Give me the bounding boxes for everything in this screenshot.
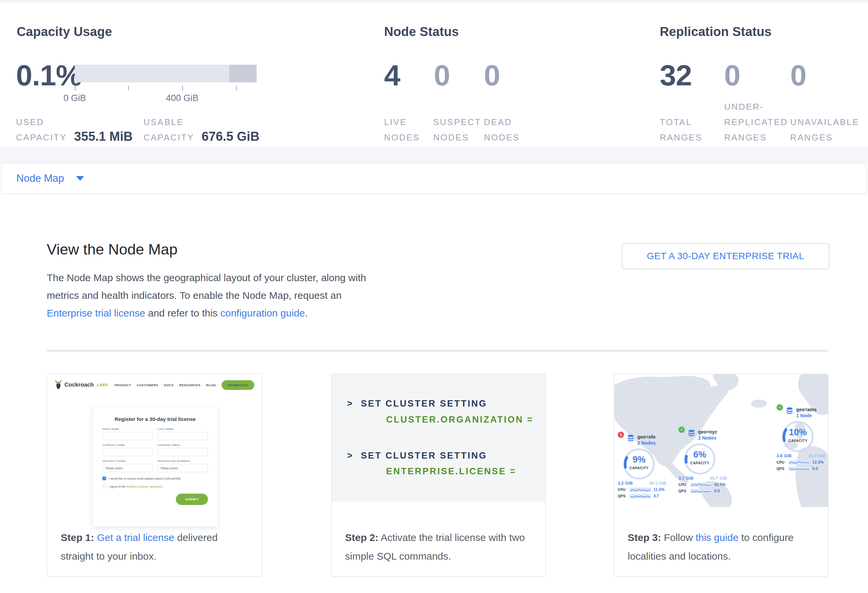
qps-value: 0.0 xyxy=(714,489,720,493)
gauge-percent: 6% xyxy=(683,450,716,460)
chevron-down-icon xyxy=(76,176,84,181)
mock-form-title: Register for a 30-day trial license xyxy=(102,416,208,422)
gauge-label: CAPACITY xyxy=(781,438,815,443)
section-divider xyxy=(47,350,829,351)
map-node-sfo: 1 geo=sfo 2 Nodes 9% CAPACITY 3.2 GiB xyxy=(618,434,669,498)
dead-nodes-label: DEAD NODES xyxy=(484,115,534,145)
status-error-badge: 1 xyxy=(618,431,624,438)
cpu-label: CPU xyxy=(678,483,688,487)
suspect-nodes-value: 0 xyxy=(434,60,450,90)
live-nodes-label: LIVE NODES xyxy=(384,115,433,145)
description-text: . xyxy=(305,308,308,318)
mock-checkbox-unchecked xyxy=(102,485,106,488)
qps-value: 0.0 xyxy=(812,466,818,471)
cpu-sparkline xyxy=(691,483,712,487)
status-ok-icon: ✓ xyxy=(776,404,783,411)
gauge-label: CAPACITY xyxy=(622,466,656,470)
mock-field-input xyxy=(158,432,208,440)
qps-sparkline xyxy=(630,494,651,498)
total-ranges-value: 32 xyxy=(660,60,692,90)
mock-field-label: PROJECT PHASE xyxy=(102,460,153,463)
unavailable-value: 0 xyxy=(790,60,806,90)
mock-site-nav: PRODUCT CUSTOMERS DOCS RESOURCES BLOG DO… xyxy=(114,380,254,390)
under-replicated-value: 0 xyxy=(724,60,740,90)
capacity-tick xyxy=(128,86,129,90)
capacity-tick xyxy=(182,86,183,90)
cockroach-labs-logo: Cockroach LABS xyxy=(55,380,108,390)
this-guide-link[interactable]: this guide xyxy=(695,532,738,543)
database-icon xyxy=(627,434,635,442)
license-form-screenshot: Cockroach LABS PRODUCT CUSTOMERS DOCS RE… xyxy=(47,374,262,531)
capacity-total: 65.7 GiB xyxy=(710,475,727,481)
description-text: and refer to this xyxy=(145,308,220,318)
mock-nav-item: BLOG xyxy=(206,383,216,387)
step-2-label: Step 2: xyxy=(345,532,378,543)
replication-status-title: Replication Status xyxy=(660,24,772,40)
capacity-used: 3.7 GiB xyxy=(678,475,694,481)
qps-label: QPS xyxy=(678,489,688,493)
map-node-count: 2 Nodes xyxy=(698,435,717,441)
mock-nav-item: RESOURCES xyxy=(179,383,201,387)
map-node-nyc: ✓ geo=nyc 2 Nodes 6% CAPACITY 3.7 GiB xyxy=(678,429,729,493)
capacity-tick xyxy=(236,86,237,90)
qps-label: QPS xyxy=(618,494,627,498)
database-icon xyxy=(785,407,794,415)
sql-line-2: CLUSTER.ORGANIZATION = xyxy=(386,415,534,425)
capacity-used: 3.6 GiB xyxy=(776,453,791,458)
capacity-tick-label-400: 400 GiB xyxy=(155,93,209,103)
mock-select: Please Select xyxy=(102,464,153,472)
view-selector-dropdown[interactable]: Node Map xyxy=(1,172,84,184)
node-map-placeholder-section: View the Node Map The Node Map shows the… xyxy=(0,194,868,593)
step-1-card: Cockroach LABS PRODUCT CUSTOMERS DOCS RE… xyxy=(47,374,262,577)
capacity-total: 35.1 GiB xyxy=(649,481,666,486)
cpu-value: 11.0% xyxy=(653,487,664,492)
map-node-name: geo=sfo xyxy=(638,434,655,440)
mock-field-label: COMPANY EMAIL xyxy=(158,444,208,447)
gauge-percent: 9% xyxy=(622,455,656,465)
suspect-nodes-label: SUSPECT NODES xyxy=(433,115,484,145)
capacity-tick xyxy=(75,86,75,90)
usable-capacity-value: 676.5 GiB xyxy=(202,129,259,144)
map-node-name: geo=nyc xyxy=(698,429,717,435)
sql-commands-panel: > SET CLUSTER SETTING CLUSTER.ORGANIZATI… xyxy=(332,374,545,502)
cpu-label: CPU xyxy=(618,488,627,491)
total-ranges-label: TOTAL RANGES xyxy=(660,115,724,145)
sql-line-1: > SET CLUSTER SETTING xyxy=(347,399,487,409)
capacity-usage-title: Capacity Usage xyxy=(17,24,112,40)
mock-field-label: LAST NAME xyxy=(158,428,208,431)
view-selector-label[interactable]: Node Map xyxy=(16,172,64,184)
mock-checkbox-checked: ✓ xyxy=(102,477,106,480)
node-status-labels: LIVE NODES SUSPECT NODES DEAD NODES xyxy=(384,96,534,145)
page-top-strip xyxy=(0,0,868,2)
capacity-total: 34.4 GiB xyxy=(808,453,825,458)
capacity-bar-segment xyxy=(229,65,257,82)
configuration-guide-link[interactable]: configuration guide xyxy=(220,308,305,318)
gauge-percent: 10% xyxy=(781,427,815,438)
step-3-caption: Step 3: Follow this guide to configure l… xyxy=(628,528,815,566)
section-heading: View the Node Map xyxy=(47,241,177,258)
capacity-tick-label-0: 0 GiB xyxy=(48,93,102,103)
get-trial-license-link[interactable]: Get a trial license xyxy=(97,532,174,543)
brand-suffix-text: LABS xyxy=(97,383,108,387)
cpu-sparkline xyxy=(630,488,651,492)
status-ok-icon: ✓ xyxy=(678,427,685,433)
mock-checkbox-label: I would like to receive email updates ab… xyxy=(109,477,181,480)
mock-field-input xyxy=(102,448,153,456)
mock-submit-button: SUBMIT xyxy=(176,494,208,505)
map-node-ams: ✓ geo=ams 1 Node 10% CAPACITY 3.6 GiB xyxy=(776,407,827,471)
get-enterprise-trial-button[interactable]: GET A 30-DAY ENTERPRISE TRIAL xyxy=(622,243,829,269)
unavailable-label: UNAVAILABLE RANGES xyxy=(790,115,857,145)
mock-nav-item: CUSTOMERS xyxy=(137,383,158,387)
usable-capacity-label: USABLE CAPACITY xyxy=(143,115,194,145)
mock-field-input xyxy=(158,448,208,456)
cockroach-icon xyxy=(55,380,62,390)
live-nodes-value: 4 xyxy=(384,60,400,90)
mock-form-fields: FIRST NAME LAST NAME COMPANY NAME COMPAN… xyxy=(102,428,208,472)
mock-select: Please Select xyxy=(158,464,208,472)
step-3-label: Step 3: xyxy=(628,532,661,543)
step-1-caption: Step 1: Get a trial license delivered st… xyxy=(61,528,248,566)
dead-nodes-value: 0 xyxy=(484,60,500,90)
view-selector-bar: Node Map xyxy=(1,163,867,194)
mock-nav-item: PRODUCT xyxy=(114,383,131,387)
enterprise-trial-license-link[interactable]: Enterprise trial license xyxy=(47,308,145,318)
